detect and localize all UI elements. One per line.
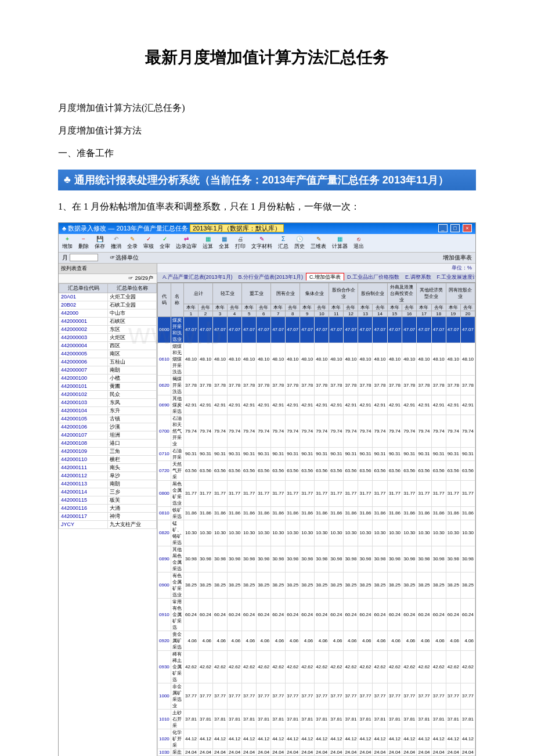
- toolbar-文字材料[interactable]: ✎文字材料: [251, 236, 272, 250]
- app-icon: ♣: [64, 174, 71, 186]
- grid-row[interactable]: 0890其他黑色金属采选30.9830.9830.9830.9830.9830.…: [158, 546, 475, 572]
- grid-row[interactable]: 0700石油和天然气开采业79.7479.7479.7479.7479.7479…: [158, 415, 475, 447]
- toolbar-全录[interactable]: ✎全录: [127, 236, 138, 250]
- tab-1[interactable]: B.分行业产值表(2013年1月): [236, 273, 306, 280]
- grid-row[interactable]: 0910常用有色金属矿采选60.2460.2460.2460.2460.2460…: [158, 598, 475, 631]
- grid-row[interactable]: 1030采盐24.0424.0424.0424.0424.0424.0424.0…: [158, 748, 475, 755]
- toolbar-三维表[interactable]: ✎三维表: [311, 236, 326, 250]
- unit-row[interactable]: 442000007南朗: [59, 366, 157, 374]
- tab-0[interactable]: A.产品产量汇总表(2013年1月): [160, 273, 236, 280]
- toolbar-撤消[interactable]: ↶撤消: [111, 236, 121, 250]
- subbar: 月 ☞选择单位 增加值率表: [59, 253, 475, 264]
- toolbar: +增加−删除💾保存↶撤消✎全录✓审核✓全审⇄边录边审▦运算▦全算🖨打印✎文字材料…: [59, 234, 475, 253]
- unit-row[interactable]: 442000109三角: [59, 447, 157, 455]
- toolbar-删除[interactable]: −删除: [78, 236, 89, 250]
- unit-row[interactable]: 442000006五桂山: [59, 358, 157, 366]
- toolbar-计算器[interactable]: ▦计算器: [332, 236, 348, 250]
- select-unit[interactable]: ☞选择单位: [110, 254, 139, 262]
- toolbar-全审[interactable]: ✓全审: [160, 236, 170, 250]
- para-3: 一、准备工作: [58, 143, 476, 163]
- toolbar-打印[interactable]: 🖨打印: [235, 236, 246, 250]
- unit-row[interactable]: 442000102民众: [59, 390, 157, 398]
- toolbar-边录边审[interactable]: ⇄边录边审: [176, 236, 197, 250]
- grid-row[interactable]: 0690其他煤炭采选42.9142.9142.9142.9142.9142.91…: [158, 395, 475, 415]
- unit-row[interactable]: 442000103东凤: [59, 398, 157, 406]
- toolbar-全算[interactable]: ▦全算: [219, 236, 229, 250]
- para-1: 月度增加值计算方法(汇总任务): [58, 98, 476, 118]
- para-2: 月度增加值计算方法: [58, 120, 476, 141]
- grid-row[interactable]: 0930稀有稀土金属矿采选42.6242.6242.6242.6242.6242…: [158, 650, 475, 683]
- unit-row[interactable]: 442000100小榄: [59, 374, 157, 382]
- screenshot-rate-table: ♣ 数据录入修改 — 2013年产值产量汇总任务 2013年1月（数据库：默认库…: [58, 222, 476, 756]
- unit-row[interactable]: 442000105古镇: [59, 415, 157, 423]
- toolbar-历史[interactable]: 🕓历史: [294, 236, 305, 250]
- grid-row[interactable]: 0620褐煤开采洗选37.7837.7837.7837.7837.7837.78…: [158, 375, 475, 395]
- grid-row[interactable]: 0900有色金属矿采选业38.2538.2538.2538.2538.2538.…: [158, 572, 475, 598]
- app-header-bar: ♣ 通用统计报表处理分析系统（当前任务：2013年产值产量汇总任务 2013年1…: [58, 170, 476, 190]
- grid-row[interactable]: 0610烟煤和无烟煤开采洗选48.1048.1048.1048.1048.104…: [158, 343, 475, 375]
- search-icon[interactable]: ☞: [128, 275, 134, 281]
- unit-row[interactable]: 442000106沙溪: [59, 423, 157, 431]
- toolbar-退出[interactable]: ⎋退出: [353, 236, 364, 250]
- window-titlebar: ♣ 数据录入修改 — 2013年产值产量汇总任务 2013年1月（数据库：默认库…: [59, 223, 475, 234]
- unit-row[interactable]: 442000002东区: [59, 325, 157, 333]
- tab-3[interactable]: D.工业品出厂价格指数: [344, 273, 402, 280]
- minimize-button[interactable]: _: [438, 224, 448, 232]
- grid-row[interactable]: 1010土砂石开采37.8137.8137.8137.8137.8137.813…: [158, 709, 475, 729]
- record-count: 29/29户: [135, 275, 153, 281]
- tab-2[interactable]: C.增加值率表: [306, 273, 344, 280]
- para-4: 1、在 1 月份粘帖增加值率表和调整系数，只在 1 月份粘帖，一年做一次：: [58, 196, 476, 217]
- toolbar-运算[interactable]: ▦运算: [203, 236, 213, 250]
- tab-4[interactable]: E.调整系数: [402, 273, 434, 280]
- maximize-button[interactable]: □: [450, 224, 460, 232]
- unit-row[interactable]: 442000104东升: [59, 406, 157, 415]
- unit-row[interactable]: 442000101黄圃: [59, 382, 157, 390]
- unit-row[interactable]: 442000111南头: [59, 463, 157, 471]
- ratecol-label: 增加值率表: [443, 254, 472, 262]
- grid-row[interactable]: 1020化学矿开采44.1244.1244.1244.1244.1244.124…: [158, 729, 475, 748]
- toolbar-增加[interactable]: +增加: [62, 236, 73, 250]
- unit-row[interactable]: 442000114三乡: [59, 488, 157, 496]
- close-button[interactable]: ×: [463, 224, 472, 232]
- toolbar-审核[interactable]: ✓审核: [143, 236, 154, 250]
- app-header-text: 通用统计报表处理分析系统（当前任务：2013年产值产量汇总任务 2013年11月…: [74, 173, 449, 187]
- unit-row[interactable]: 442000110横栏: [59, 455, 157, 463]
- grid-row[interactable]: 0710石油开采90.3190.3190.3190.3190.3190.3190…: [158, 447, 475, 460]
- left-panel-head: 按列表查看: [59, 264, 157, 274]
- grid-row[interactable]: 0810铁矿采选31.8631.8631.8631.8631.8631.8631…: [158, 506, 475, 520]
- sheet-tabs: A.产品产量汇总表(2013年1月)B.分行业产值表(2013年1月)C.增加值…: [157, 272, 475, 283]
- unit-row[interactable]: 20A01火炬工业园: [59, 293, 157, 301]
- title-prefix: 数据录入修改 — 2013年产值产量汇总任务: [68, 225, 188, 232]
- unit-row[interactable]: 442000116大涌: [59, 504, 157, 512]
- unit-name-header: 汇总单位名称: [108, 283, 157, 293]
- unit-code-header: 汇总单位代码: [59, 283, 108, 293]
- unit-row[interactable]: 442000117神湾: [59, 512, 157, 520]
- grid-row[interactable]: 0600煤炭开采和洗选业47.0747.0747.0747.0747.0747.…: [158, 316, 475, 343]
- unit-row[interactable]: 442000108港口: [59, 439, 157, 447]
- unit-list-table: 汇总单位代码 汇总单位名称 20A01火炬工业园20B02石峡工业园442000…: [59, 283, 157, 529]
- unit-row[interactable]: 442000115板芙: [59, 496, 157, 504]
- unit-row[interactable]: 20B02石峡工业园: [59, 301, 157, 309]
- unit-row[interactable]: 442000001石峡区: [59, 317, 157, 325]
- toolbar-汇总[interactable]: Σ汇总: [278, 236, 288, 250]
- month-select[interactable]: [70, 254, 98, 261]
- window-buttons: _ □ ×: [437, 224, 472, 232]
- unit-label: 单位：%: [157, 264, 475, 272]
- unit-row[interactable]: 442000005南区: [59, 350, 157, 358]
- grid-row[interactable]: 0720天然气开采63.5663.5663.5663.5663.5663.566…: [158, 460, 475, 480]
- unit-row[interactable]: JYCY九大支柱产业: [59, 520, 157, 528]
- title-date: 2013年1月（数据库：默认库）: [190, 224, 284, 232]
- unit-row[interactable]: 442000112阜沙: [59, 471, 157, 480]
- unit-row[interactable]: 442000107坦洲: [59, 431, 157, 439]
- grid-row[interactable]: 0820锰矿、铬矿采选10.3010.3010.3010.3010.3010.3…: [158, 520, 475, 546]
- unit-row[interactable]: 442000003火炬区: [59, 333, 157, 341]
- unit-row[interactable]: 442000004西区: [59, 341, 157, 350]
- toolbar-保存[interactable]: 💾保存: [95, 236, 105, 250]
- grid-row[interactable]: 1000非金属矿采选业37.7737.7737.7737.7737.7737.7…: [158, 683, 475, 709]
- unit-row[interactable]: 442000中山市: [59, 309, 157, 317]
- unit-row[interactable]: 442000113南朗: [59, 480, 157, 488]
- page-title: 最新月度增加值计算方法汇总任务: [58, 46, 476, 69]
- tab-5[interactable]: F.工业发展速度计算表(2013年1月): [434, 273, 475, 280]
- grid-row[interactable]: 0920贵金属矿采选4.064.064.064.064.064.064.064.…: [158, 631, 475, 650]
- grid-row[interactable]: 0800黑色金属矿采选业31.7731.7731.7731.7731.7731.…: [158, 480, 475, 506]
